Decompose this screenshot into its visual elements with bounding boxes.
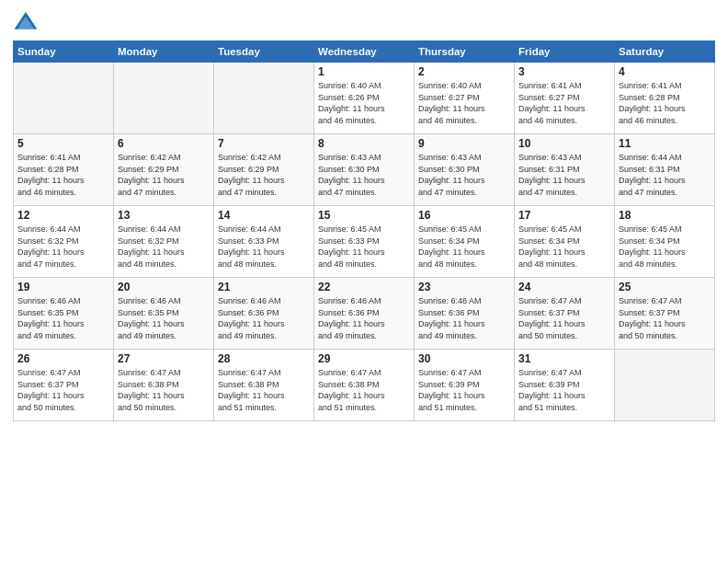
day-info: Sunrise: 6:46 AM Sunset: 6:35 PM Dayligh… bbox=[17, 295, 109, 341]
day-info: Sunrise: 6:46 AM Sunset: 6:35 PM Dayligh… bbox=[118, 295, 210, 341]
calendar-cell: 8Sunrise: 6:43 AM Sunset: 6:30 PM Daylig… bbox=[314, 134, 415, 206]
day-info: Sunrise: 6:41 AM Sunset: 6:27 PM Dayligh… bbox=[518, 80, 610, 126]
calendar-cell: 31Sunrise: 6:47 AM Sunset: 6:39 PM Dayli… bbox=[515, 350, 615, 421]
day-number: 20 bbox=[118, 281, 210, 293]
day-info: Sunrise: 6:44 AM Sunset: 6:32 PM Dayligh… bbox=[17, 224, 109, 270]
day-info: Sunrise: 6:41 AM Sunset: 6:28 PM Dayligh… bbox=[17, 152, 109, 198]
calendar-cell: 23Sunrise: 6:46 AM Sunset: 6:36 PM Dayli… bbox=[415, 278, 515, 350]
calendar-header-sunday: Sunday bbox=[14, 41, 114, 63]
day-info: Sunrise: 6:44 AM Sunset: 6:31 PM Dayligh… bbox=[619, 152, 711, 198]
day-info: Sunrise: 6:43 AM Sunset: 6:30 PM Dayligh… bbox=[318, 152, 410, 198]
day-number: 13 bbox=[118, 209, 210, 222]
calendar-cell: 12Sunrise: 6:44 AM Sunset: 6:32 PM Dayli… bbox=[14, 206, 114, 278]
day-number: 24 bbox=[518, 281, 610, 293]
calendar-cell: 3Sunrise: 6:41 AM Sunset: 6:27 PM Daylig… bbox=[515, 63, 615, 134]
day-number: 21 bbox=[218, 281, 310, 293]
logo-icon bbox=[13, 9, 39, 35]
day-number: 3 bbox=[518, 65, 610, 78]
calendar-header-monday: Monday bbox=[114, 41, 214, 63]
day-number: 12 bbox=[17, 209, 109, 222]
calendar-cell: 28Sunrise: 6:47 AM Sunset: 6:38 PM Dayli… bbox=[214, 350, 314, 421]
calendar-cell bbox=[114, 63, 214, 134]
calendar-cell bbox=[615, 350, 715, 421]
day-number: 16 bbox=[418, 209, 510, 222]
calendar-week-row: 26Sunrise: 6:47 AM Sunset: 6:37 PM Dayli… bbox=[14, 350, 715, 421]
day-number: 15 bbox=[318, 209, 410, 222]
day-info: Sunrise: 6:42 AM Sunset: 6:29 PM Dayligh… bbox=[118, 152, 210, 198]
calendar-cell: 6Sunrise: 6:42 AM Sunset: 6:29 PM Daylig… bbox=[114, 134, 214, 206]
calendar-cell: 10Sunrise: 6:43 AM Sunset: 6:31 PM Dayli… bbox=[515, 134, 615, 206]
calendar-cell: 4Sunrise: 6:41 AM Sunset: 6:28 PM Daylig… bbox=[615, 63, 715, 134]
calendar-header-wednesday: Wednesday bbox=[314, 41, 415, 63]
day-number: 4 bbox=[619, 65, 711, 78]
day-number: 18 bbox=[619, 209, 711, 222]
calendar-header-saturday: Saturday bbox=[615, 41, 715, 63]
day-info: Sunrise: 6:44 AM Sunset: 6:32 PM Dayligh… bbox=[118, 224, 210, 270]
day-number: 10 bbox=[518, 137, 610, 150]
calendar-cell: 17Sunrise: 6:45 AM Sunset: 6:34 PM Dayli… bbox=[515, 206, 615, 278]
calendar-week-row: 1Sunrise: 6:40 AM Sunset: 6:26 PM Daylig… bbox=[14, 63, 715, 134]
calendar-cell: 7Sunrise: 6:42 AM Sunset: 6:29 PM Daylig… bbox=[214, 134, 314, 206]
calendar-cell: 25Sunrise: 6:47 AM Sunset: 6:37 PM Dayli… bbox=[615, 278, 715, 350]
calendar-cell: 16Sunrise: 6:45 AM Sunset: 6:34 PM Dayli… bbox=[415, 206, 515, 278]
day-number: 31 bbox=[518, 352, 610, 365]
calendar-week-row: 19Sunrise: 6:46 AM Sunset: 6:35 PM Dayli… bbox=[14, 278, 715, 350]
calendar-cell: 19Sunrise: 6:46 AM Sunset: 6:35 PM Dayli… bbox=[14, 278, 114, 350]
calendar-cell: 29Sunrise: 6:47 AM Sunset: 6:38 PM Dayli… bbox=[314, 350, 415, 421]
day-info: Sunrise: 6:46 AM Sunset: 6:36 PM Dayligh… bbox=[418, 295, 510, 341]
calendar-table: SundayMondayTuesdayWednesdayThursdayFrid… bbox=[13, 40, 715, 421]
calendar-cell: 15Sunrise: 6:45 AM Sunset: 6:33 PM Dayli… bbox=[314, 206, 415, 278]
day-number: 1 bbox=[318, 65, 410, 78]
day-number: 23 bbox=[418, 281, 510, 293]
calendar-cell: 14Sunrise: 6:44 AM Sunset: 6:33 PM Dayli… bbox=[214, 206, 314, 278]
header bbox=[13, 9, 715, 35]
day-info: Sunrise: 6:41 AM Sunset: 6:28 PM Dayligh… bbox=[619, 80, 711, 126]
day-number: 19 bbox=[17, 281, 109, 293]
day-number: 6 bbox=[118, 137, 210, 150]
day-number: 7 bbox=[218, 137, 310, 150]
day-number: 9 bbox=[418, 137, 510, 150]
calendar-cell: 1Sunrise: 6:40 AM Sunset: 6:26 PM Daylig… bbox=[314, 63, 415, 134]
day-number: 29 bbox=[318, 352, 410, 365]
day-info: Sunrise: 6:46 AM Sunset: 6:36 PM Dayligh… bbox=[218, 295, 310, 341]
day-info: Sunrise: 6:47 AM Sunset: 6:38 PM Dayligh… bbox=[118, 367, 210, 413]
calendar-cell: 26Sunrise: 6:47 AM Sunset: 6:37 PM Dayli… bbox=[14, 350, 114, 421]
day-number: 11 bbox=[619, 137, 711, 150]
day-info: Sunrise: 6:45 AM Sunset: 6:33 PM Dayligh… bbox=[318, 224, 410, 270]
day-info: Sunrise: 6:40 AM Sunset: 6:26 PM Dayligh… bbox=[318, 80, 410, 126]
calendar-cell: 22Sunrise: 6:46 AM Sunset: 6:36 PM Dayli… bbox=[314, 278, 415, 350]
day-info: Sunrise: 6:44 AM Sunset: 6:33 PM Dayligh… bbox=[218, 224, 310, 270]
day-info: Sunrise: 6:47 AM Sunset: 6:37 PM Dayligh… bbox=[518, 295, 610, 341]
day-number: 8 bbox=[318, 137, 410, 150]
calendar-cell: 13Sunrise: 6:44 AM Sunset: 6:32 PM Dayli… bbox=[114, 206, 214, 278]
day-info: Sunrise: 6:47 AM Sunset: 6:38 PM Dayligh… bbox=[218, 367, 310, 413]
page: SundayMondayTuesdayWednesdayThursdayFrid… bbox=[0, 0, 728, 563]
calendar-cell: 5Sunrise: 6:41 AM Sunset: 6:28 PM Daylig… bbox=[14, 134, 114, 206]
calendar-cell: 2Sunrise: 6:40 AM Sunset: 6:27 PM Daylig… bbox=[415, 63, 515, 134]
calendar-cell: 27Sunrise: 6:47 AM Sunset: 6:38 PM Dayli… bbox=[114, 350, 214, 421]
day-info: Sunrise: 6:42 AM Sunset: 6:29 PM Dayligh… bbox=[218, 152, 310, 198]
day-info: Sunrise: 6:47 AM Sunset: 6:38 PM Dayligh… bbox=[318, 367, 410, 413]
day-info: Sunrise: 6:45 AM Sunset: 6:34 PM Dayligh… bbox=[518, 224, 610, 270]
day-info: Sunrise: 6:45 AM Sunset: 6:34 PM Dayligh… bbox=[619, 224, 711, 270]
day-info: Sunrise: 6:40 AM Sunset: 6:27 PM Dayligh… bbox=[418, 80, 510, 126]
calendar-week-row: 5Sunrise: 6:41 AM Sunset: 6:28 PM Daylig… bbox=[14, 134, 715, 206]
calendar-cell: 21Sunrise: 6:46 AM Sunset: 6:36 PM Dayli… bbox=[214, 278, 314, 350]
day-info: Sunrise: 6:43 AM Sunset: 6:30 PM Dayligh… bbox=[418, 152, 510, 198]
calendar-cell: 9Sunrise: 6:43 AM Sunset: 6:30 PM Daylig… bbox=[415, 134, 515, 206]
calendar-week-row: 12Sunrise: 6:44 AM Sunset: 6:32 PM Dayli… bbox=[14, 206, 715, 278]
calendar-header-thursday: Thursday bbox=[415, 41, 515, 63]
calendar-cell: 24Sunrise: 6:47 AM Sunset: 6:37 PM Dayli… bbox=[515, 278, 615, 350]
day-number: 25 bbox=[619, 281, 711, 293]
day-number: 26 bbox=[17, 352, 109, 365]
day-number: 27 bbox=[118, 352, 210, 365]
day-number: 17 bbox=[518, 209, 610, 222]
calendar-header-row: SundayMondayTuesdayWednesdayThursdayFrid… bbox=[14, 41, 715, 63]
day-info: Sunrise: 6:45 AM Sunset: 6:34 PM Dayligh… bbox=[418, 224, 510, 270]
calendar-header-friday: Friday bbox=[515, 41, 615, 63]
calendar-cell: 20Sunrise: 6:46 AM Sunset: 6:35 PM Dayli… bbox=[114, 278, 214, 350]
day-info: Sunrise: 6:47 AM Sunset: 6:39 PM Dayligh… bbox=[518, 367, 610, 413]
calendar-cell: 18Sunrise: 6:45 AM Sunset: 6:34 PM Dayli… bbox=[615, 206, 715, 278]
logo bbox=[13, 9, 42, 35]
calendar-cell: 11Sunrise: 6:44 AM Sunset: 6:31 PM Dayli… bbox=[615, 134, 715, 206]
